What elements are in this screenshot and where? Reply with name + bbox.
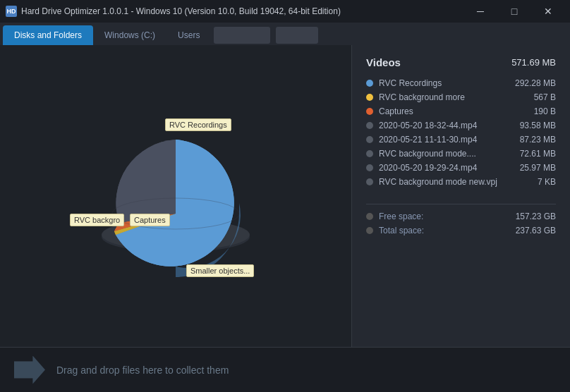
label-smaller: Smaller objects... [186,264,254,277]
item-name: RVC background mode.... [379,149,514,159]
item-color-dot [366,94,373,101]
free-space-size: 157.23 GB [516,212,556,221]
divider [366,204,556,204]
item-name: RVC background mode new.vpj [379,177,532,187]
tab-placeholder-1 [214,27,270,44]
item-size: 7 KB [538,177,556,187]
label-rvc-background: RVC backgro [70,214,124,226]
item-name: RVC Recordings [379,78,509,88]
total-space-item: Total space: 237.63 GB [366,226,556,235]
maximize-button[interactable]: □ [498,0,530,23]
title-bar-controls: ─ □ ✕ [464,0,564,23]
free-space-item: Free space: 157.23 GB [366,212,556,221]
drop-arrow-icon [14,356,45,384]
tab-disks-and-folders[interactable]: Disks and Folders [3,25,93,45]
free-space-dot [366,213,373,220]
list-item: 2020-05-21 11-11-30.mp487.23 MB [366,135,556,145]
close-button[interactable]: ✕ [532,0,564,23]
left-panel: RVC Recordings RVC backgro Captures Smal… [0,45,351,347]
item-size: 72.61 MB [520,149,556,159]
drop-zone-text: Drag and drop files here to collect them [56,365,229,376]
minimize-button[interactable]: ─ [464,0,497,23]
list-item: RVC background mode new.vpj7 KB [366,177,556,187]
item-size: 292.28 MB [515,78,556,88]
tab-windows-c[interactable]: Windows (C:) [93,25,166,45]
item-size: 190 B [534,106,556,116]
section-title: Videos [366,56,401,68]
item-color-dot [366,136,373,143]
item-color-dot [366,122,373,129]
section-total-size: 571.69 MB [511,57,556,68]
list-item: RVC background mode....72.61 MB [366,149,556,159]
item-list: RVC Recordings292.28 MBRVC background mo… [366,78,556,187]
total-space-dot [366,227,373,234]
item-color-dot [366,80,373,87]
item-name: 2020-05-20 19-29-24.mp4 [379,163,514,173]
app-icon: HD [6,6,17,17]
free-space-label: Free space: [379,212,510,221]
section-header: Videos 571.69 MB [366,56,556,68]
list-item: 2020-05-20 18-32-44.mp493.58 MB [366,121,556,130]
drop-zone[interactable]: Drag and drop files here to collect them [0,347,570,392]
list-item: 2020-05-20 19-29-24.mp425.97 MB [366,163,556,173]
title-bar: HD Hard Drive Optimizer 1.0.0.1 - Window… [0,0,570,23]
list-item: Captures190 B [366,106,556,116]
item-size: 87.23 MB [520,135,556,145]
item-size: 567 B [534,92,556,102]
item-name: RVC background more [379,92,528,102]
item-color-dot [366,178,373,185]
item-size: 25.97 MB [520,163,556,173]
item-size: 93.58 MB [520,121,556,130]
list-item: RVC background more567 B [366,92,556,102]
pie-chart [84,111,267,281]
item-color-dot [366,108,373,115]
item-name: 2020-05-20 18-32-44.mp4 [379,121,514,130]
tab-placeholder-2 [276,27,318,44]
main-content: RVC Recordings RVC backgro Captures Smal… [0,45,570,347]
label-rvc-recordings: RVC Recordings [165,118,231,131]
item-name: Captures [379,106,528,116]
item-color-dot [366,150,373,157]
title-bar-text: Hard Drive Optimizer 1.0.0.1 - Windows 1… [21,6,341,16]
label-captures: Captures [130,214,170,226]
title-bar-left: HD Hard Drive Optimizer 1.0.0.1 - Window… [6,6,341,17]
tab-bar: Disks and Folders Windows (C:) Users [0,23,570,45]
list-item: RVC Recordings292.28 MB [366,78,556,88]
tab-users[interactable]: Users [166,25,211,45]
right-panel: Videos 571.69 MB RVC Recordings292.28 MB… [351,45,570,347]
chart-container: RVC Recordings RVC backgro Captures Smal… [63,97,289,295]
item-name: 2020-05-21 11-11-30.mp4 [379,135,514,145]
total-space-label: Total space: [379,226,510,235]
total-space-size: 237.63 GB [516,226,556,235]
item-color-dot [366,164,373,171]
